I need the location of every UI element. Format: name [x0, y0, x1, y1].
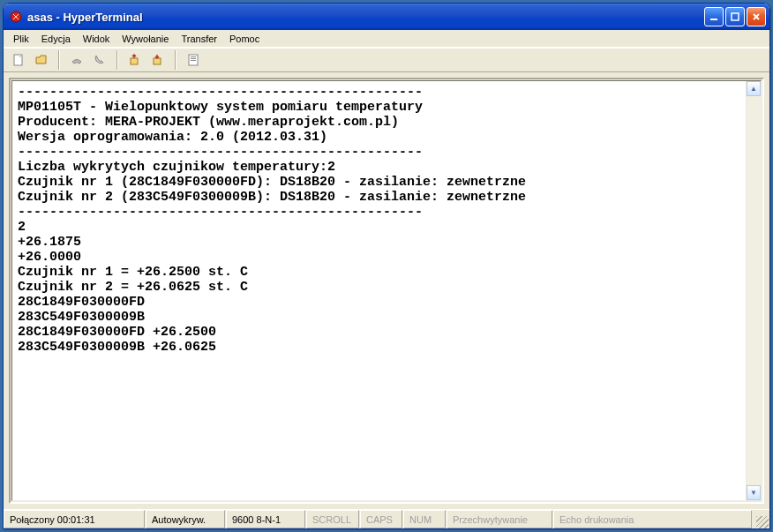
svg-rect-8	[191, 58, 196, 59]
toolbar	[4, 48, 769, 72]
resize-grip[interactable]	[753, 510, 769, 528]
receive-icon[interactable]	[148, 50, 168, 70]
new-file-icon[interactable]	[9, 50, 28, 70]
app-window: asas - HyperTerminal Plik Edycja Widok W…	[3, 3, 770, 529]
toolbar-separator	[58, 50, 60, 70]
svg-rect-9	[191, 60, 196, 61]
maximize-button[interactable]	[725, 7, 745, 26]
svg-rect-2	[732, 13, 739, 20]
menu-transfer[interactable]: Transfer	[175, 32, 223, 46]
toolbar-separator	[116, 50, 118, 70]
status-num: NUM	[403, 510, 446, 528]
menu-pomoc[interactable]: Pomoc	[223, 32, 266, 46]
open-file-icon[interactable]	[32, 50, 51, 70]
menu-bar: Plik Edycja Widok Wywołanie Transfer Pom…	[4, 30, 769, 48]
status-settings: 9600 8-N-1	[226, 510, 305, 528]
terminal-frame: ----------------------------------------…	[9, 78, 764, 504]
status-scroll: SCROLL	[306, 510, 359, 528]
menu-wywolanie[interactable]: Wywołanie	[116, 32, 175, 46]
menu-edycja[interactable]: Edycja	[35, 32, 77, 46]
title-bar[interactable]: asas - HyperTerminal	[4, 4, 769, 30]
status-bar: Połączony 00:01:31 Autowykryw. 9600 8-N-…	[4, 509, 769, 528]
status-capture: Przechwytywanie	[447, 510, 552, 528]
svg-rect-4	[131, 58, 138, 64]
terminal-inner: ----------------------------------------…	[11, 80, 762, 501]
status-detect: Autowykryw.	[146, 510, 225, 528]
call-icon[interactable]	[90, 50, 109, 70]
window-title: asas - HyperTerminal	[27, 11, 704, 24]
scroll-track[interactable]	[747, 96, 761, 485]
minimize-button[interactable]	[704, 7, 724, 26]
scroll-down-button[interactable]: ▼	[747, 485, 761, 500]
status-connection: Połączony 00:01:31	[4, 510, 145, 528]
terminal-output[interactable]: ----------------------------------------…	[12, 81, 746, 500]
properties-icon[interactable]	[184, 50, 203, 70]
send-icon[interactable]	[125, 50, 145, 70]
client-area: ----------------------------------------…	[4, 72, 769, 509]
close-button[interactable]	[747, 7, 766, 26]
menu-widok[interactable]: Widok	[77, 32, 116, 46]
svg-rect-7	[191, 56, 196, 57]
svg-rect-1	[710, 19, 717, 20]
status-echo: Echo drukowania	[553, 510, 752, 528]
hangup-icon[interactable]	[67, 50, 86, 70]
toolbar-separator	[175, 50, 176, 70]
window-buttons	[704, 7, 766, 26]
menu-plik[interactable]: Plik	[7, 32, 35, 46]
vertical-scrollbar[interactable]: ▲ ▼	[746, 81, 761, 500]
status-caps: CAPS	[360, 510, 402, 528]
app-icon	[9, 10, 23, 24]
scroll-up-button[interactable]: ▲	[747, 81, 761, 96]
